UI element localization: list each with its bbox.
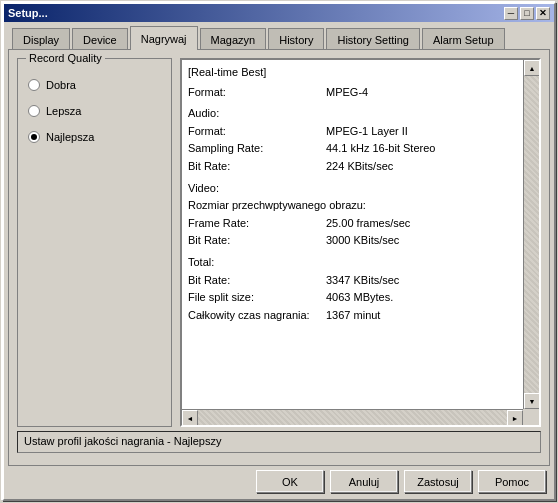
section-total: Total: [188,254,517,272]
button-row: OK Anuluj Zastosuj Pomoc [8,466,550,495]
record-quality-title: Record Quality [26,52,105,64]
radio-najlepsza[interactable]: Najlepsza [28,131,161,143]
status-bar: Ustaw profil jakości nagrania - Najlepsz… [17,431,541,453]
scroll-left-button[interactable]: ◄ [182,410,198,426]
info-file-split: File split size: 4063 MBytes. [188,289,517,307]
scrollbar-horizontal[interactable]: ◄ ► [182,409,523,425]
info-text: [Real-time Best] Format: MPEG-4 Audio: F… [182,60,523,328]
info-audio-bitrate: Bit Rate: 224 KBits/sec [188,158,517,176]
radio-dobra-button[interactable] [28,79,40,91]
info-capture-size: Rozmiar przechwptywanego obrazu: [188,197,517,215]
info-video-bitrate: Bit Rate: 3000 KBits/sec [188,232,517,250]
setup-window: Setup... ─ □ ✕ Display Device Nagrywaj M… [2,2,556,501]
window-content: Display Device Nagrywaj Magazyn History … [4,22,554,499]
section-audio: Audio: [188,105,517,123]
ok-button[interactable]: OK [256,470,324,493]
title-bar-controls: ─ □ ✕ [504,7,550,20]
tab-history[interactable]: History [268,28,324,50]
info-audio-format: Format: MPEG-1 Layer II [188,123,517,141]
section-video: Video: [188,180,517,198]
help-button[interactable]: Pomoc [478,470,546,493]
info-sampling: Sampling Rate: 44.1 kHz 16-bit Stereo [188,140,517,158]
tab-history-setting[interactable]: History Setting [326,28,420,50]
radio-lepsza-button[interactable] [28,105,40,117]
info-format-row: Format: MPEG-4 [188,84,517,102]
info-scroll-container: [Real-time Best] Format: MPEG-4 Audio: F… [180,58,541,427]
radio-najlepsza-label: Najlepsza [46,131,94,143]
info-frame-rate: Frame Rate: 25.00 frames/sec [188,215,517,233]
info-total-bitrate: Bit Rate: 3347 KBits/sec [188,272,517,290]
scroll-track-h [198,410,507,425]
scroll-right-button[interactable]: ► [507,410,523,426]
status-text: Ustaw profil jakości nagrania - Najlepsz… [24,435,221,447]
tab-alarm-setup[interactable]: Alarm Setup [422,28,505,50]
minimize-button[interactable]: ─ [504,7,518,20]
apply-button[interactable]: Zastosuj [404,470,472,493]
tab-device[interactable]: Device [72,28,128,50]
radio-lepsza-label: Lepsza [46,105,81,117]
scroll-up-button[interactable]: ▲ [524,60,540,76]
cancel-button[interactable]: Anuluj [330,470,398,493]
tab-content: Record Quality Dobra Lepsza [17,58,541,427]
close-button[interactable]: ✕ [536,7,550,20]
scroll-down-button[interactable]: ▼ [524,393,540,409]
tab-panel: Record Quality Dobra Lepsza [8,49,550,466]
scrollbar-corner [523,409,539,425]
window-title: Setup... [8,7,48,19]
tabs-container: Display Device Nagrywaj Magazyn History … [8,26,550,50]
tab-nagrywaj[interactable]: Nagrywaj [130,26,198,50]
info-header: [Real-time Best] [188,64,517,82]
tab-display[interactable]: Display [12,28,70,50]
radio-dobra-label: Dobra [46,79,76,91]
radio-lepsza[interactable]: Lepsza [28,105,161,117]
maximize-button[interactable]: □ [520,7,534,20]
radio-najlepsza-indicator [31,134,37,140]
record-quality-group: Record Quality Dobra Lepsza [17,58,172,427]
radio-dobra[interactable]: Dobra [28,79,161,91]
tab-magazyn[interactable]: Magazyn [200,28,267,50]
title-bar: Setup... ─ □ ✕ [4,4,554,22]
radio-najlepsza-button[interactable] [28,131,40,143]
info-wrapper: [Real-time Best] Format: MPEG-4 Audio: F… [180,58,541,427]
scrollbar-vertical[interactable]: ▲ ▼ [523,60,539,409]
info-total-time: Całkowity czas nagrania: 1367 minut [188,307,517,325]
scroll-track-v [524,76,539,393]
